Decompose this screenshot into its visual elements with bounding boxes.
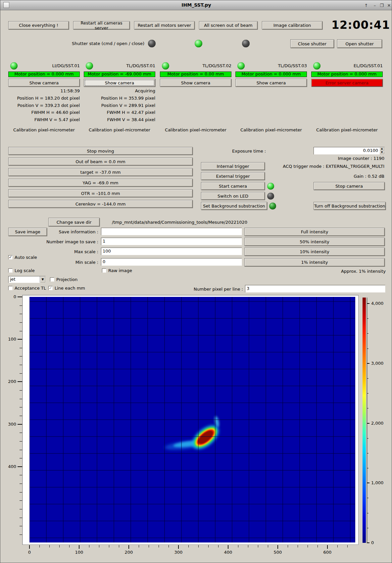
x-major-tick: [29, 545, 30, 549]
spin-down-icon[interactable]: ▼: [379, 151, 384, 155]
y-minor-tick: [20, 535, 22, 535]
otr-button[interactable]: OTR = -101.0 mm: [8, 189, 193, 197]
close-everything-button[interactable]: Close everything !: [8, 21, 69, 29]
yag-button[interactable]: YAG = -69.0 mm: [8, 179, 193, 187]
camera-name: TL/DG/SST.02: [175, 63, 231, 68]
minimize-icon[interactable]: –: [372, 3, 378, 8]
x-tick-label: 600: [319, 550, 336, 555]
projection-checkbox[interactable]: Projection: [50, 277, 77, 282]
projection-label: Projection: [56, 277, 77, 282]
x-minor-tick: [49, 545, 50, 547]
show-camera-button[interactable]: Show camera: [84, 79, 155, 87]
intensity-50-button[interactable]: 50% intensity: [244, 238, 385, 246]
save-image-button[interactable]: Save image: [8, 228, 47, 236]
close-shutter-button[interactable]: Close shutter: [290, 39, 334, 48]
shutter-cmd-led: [148, 40, 156, 47]
x-minor-tick: [149, 545, 149, 547]
save-information-input[interactable]: [101, 228, 242, 235]
spin-up-icon[interactable]: ▲: [379, 147, 384, 151]
max-scale-input[interactable]: 100: [101, 248, 242, 255]
stat-line: Position V = 289.91 pixel: [84, 103, 155, 108]
x-minor-tick: [39, 545, 40, 547]
acq-trigger-mode-label: ACQ trigger mode : EXTERNAL_TRIGGER_MULT…: [232, 164, 384, 169]
intensity-10-button[interactable]: 10% intensity: [244, 248, 385, 256]
checkbox-mark[interactable]: [102, 268, 106, 273]
auto-scale-label: Auto scale: [15, 255, 37, 260]
colormap-dropdown[interactable]: jet ▼: [8, 276, 46, 283]
x-minor-tick: [119, 545, 119, 547]
shade-icon[interactable]: ↑: [363, 3, 369, 8]
min-scale-label: Min scale :: [50, 260, 98, 265]
start-camera-button[interactable]: Start camera: [201, 182, 265, 190]
colormap-value[interactable]: jet: [9, 276, 40, 283]
set-background-button[interactable]: Set Background substraction: [201, 202, 267, 210]
log-scale-checkbox[interactable]: Log scale: [8, 268, 35, 273]
spinner-buttons[interactable]: ▲▼: [379, 147, 384, 154]
x-minor-tick: [308, 545, 308, 547]
number-image-input[interactable]: 1: [101, 238, 242, 245]
x-major-tick: [128, 545, 129, 549]
colorbar-minor-tick: [367, 438, 368, 439]
change-save-dir-button[interactable]: Change save dir: [48, 218, 100, 226]
pixel-per-line-label: Number pixel per line :: [172, 287, 243, 292]
restart-cameras-button[interactable]: Restart all cameras server: [73, 21, 130, 29]
colorbar-minor-tick: [367, 498, 368, 498]
acceptance-tl-checkbox[interactable]: Acceptance TL: [8, 286, 46, 291]
turn-off-background-button[interactable]: Turn off Background substraction: [314, 202, 386, 210]
y-minor-tick: [20, 322, 22, 323]
show-camera-button[interactable]: Show camera: [8, 79, 80, 87]
cerenkov-button[interactable]: Cerenkov = -144.0 mm: [8, 200, 193, 208]
checkbox-mark[interactable]: ✓: [48, 286, 53, 290]
colorbar-major-tick: [367, 542, 369, 543]
calibration-label: Calibration pixel-micrometer: [84, 127, 155, 132]
checkbox-mark[interactable]: [8, 286, 13, 290]
camera-name: EL/DG/SST.01: [326, 63, 383, 68]
target-button[interactable]: target = -37.0 mm: [8, 168, 193, 176]
maximize-icon[interactable]: ❐: [379, 3, 385, 8]
y-minor-tick: [20, 509, 22, 509]
error-server-camera-button[interactable]: Error server camera: [311, 79, 383, 87]
line-each-mm-checkbox[interactable]: ✓ Line each mm: [48, 286, 85, 291]
y-tick-label: 100: [2, 337, 16, 342]
led-status-led: [267, 193, 274, 200]
auto-scale-checkbox[interactable]: ✓ Auto scale: [8, 255, 37, 260]
exposure-time-spinbox[interactable]: 0.0100 ▲▼: [314, 147, 385, 155]
open-shutter-button[interactable]: Open shutter: [337, 39, 382, 48]
all-screen-out-button[interactable]: All screen out of beam: [199, 21, 258, 29]
out-of-beam-button[interactable]: Out of beam = 0.0 mm: [8, 158, 193, 165]
x-major-tick: [277, 545, 278, 549]
y-minor-tick: [20, 348, 22, 348]
y-minor-tick: [20, 399, 22, 399]
pixel-per-line-input[interactable]: 3: [245, 285, 385, 293]
show-camera-button[interactable]: Show camera: [160, 79, 231, 87]
exposure-time-value[interactable]: 0.0100: [314, 147, 379, 154]
stop-camera-button[interactable]: Stop camera: [314, 182, 385, 190]
x-major-tick: [327, 545, 328, 549]
colorbar-tick-label: 4,000: [371, 301, 383, 306]
y-tick-label: 400: [2, 464, 16, 469]
background-subtraction-led: [269, 203, 276, 210]
close-icon[interactable]: ✕: [386, 3, 392, 8]
restart-motors-button[interactable]: Restart all motors server: [134, 21, 195, 29]
colorbar-major-tick: [367, 363, 369, 364]
checkbox-mark[interactable]: [8, 268, 13, 273]
beam-image[interactable]: [29, 297, 355, 542]
image-calibration-button[interactable]: Image calibration: [262, 21, 322, 29]
switch-on-led-button[interactable]: Switch on LED: [201, 192, 265, 200]
clock: 12:00:41: [331, 18, 384, 31]
stat-line: Position V = 339.23 dot pixel: [8, 103, 80, 108]
checkbox-mark[interactable]: [50, 277, 54, 282]
y-minor-tick: [20, 500, 22, 501]
y-minor-tick: [20, 314, 22, 314]
raw-image-checkbox[interactable]: Raw image: [102, 268, 132, 273]
full-intensity-button[interactable]: Full intensity: [244, 228, 385, 236]
min-scale-input[interactable]: 0: [101, 258, 242, 266]
stop-moving-button[interactable]: Stop moving: [8, 147, 193, 155]
x-minor-tick: [218, 545, 219, 547]
intensity-1-button[interactable]: 1% intensity: [244, 258, 385, 266]
chevron-down-icon[interactable]: ▼: [40, 276, 45, 283]
checkbox-mark[interactable]: ✓: [8, 255, 13, 259]
y-minor-tick: [20, 305, 22, 306]
y-minor-tick: [20, 433, 22, 433]
show-camera-button[interactable]: Show camera: [235, 79, 307, 87]
